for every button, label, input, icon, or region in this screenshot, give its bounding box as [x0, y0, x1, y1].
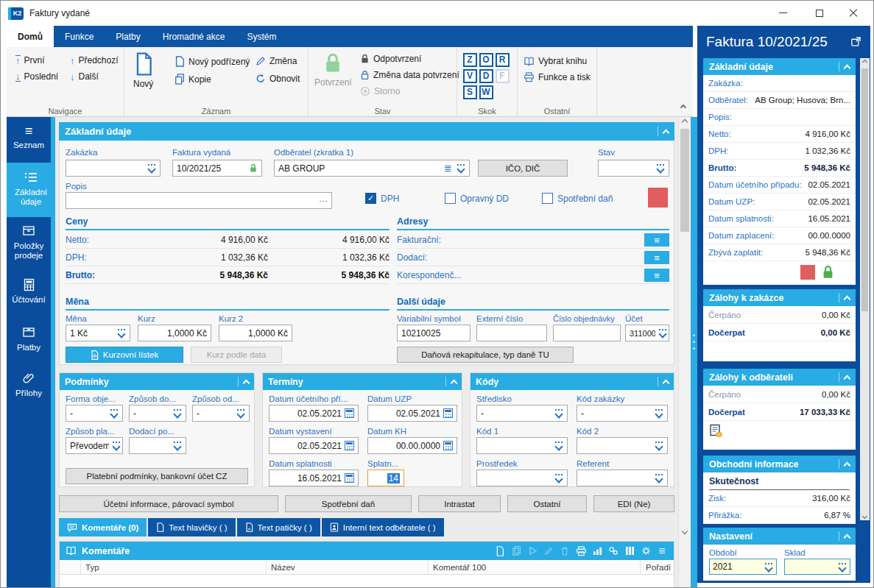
- jump-d-button[interactable]: D: [479, 69, 493, 83]
- referent-field[interactable]: [577, 470, 668, 486]
- dropdown-icon[interactable]: [117, 329, 126, 337]
- tab-text-paticky[interactable]: Text patičky ( ): [237, 518, 320, 536]
- change-confirm-date-button[interactable]: Změna data potvrzení: [360, 70, 459, 80]
- opravny-dd-checkbox[interactable]: Opravný DD: [445, 193, 509, 204]
- tab-funkce[interactable]: Funkce: [54, 26, 105, 47]
- datum-kh-field[interactable]: 00.00.0000: [367, 437, 457, 454]
- collapse-chevron-icon[interactable]: [451, 379, 458, 386]
- select-book-button[interactable]: Vybrat knihu: [524, 56, 587, 66]
- scroll-down-icon[interactable]: [679, 529, 691, 534]
- forma-objednani-field[interactable]: -: [66, 405, 123, 422]
- minimize-button[interactable]: [766, 1, 800, 25]
- spotrebni-dan-checkbox[interactable]: Spotřební daň: [542, 193, 613, 204]
- sidebar-item-prilohy[interactable]: Přílohy: [7, 364, 51, 410]
- new-record-icon[interactable]: [494, 545, 506, 557]
- dropdown-icon[interactable]: [655, 474, 663, 482]
- zpusob-odberu-field[interactable]: -: [192, 405, 250, 422]
- faktura-field[interactable]: 10/2021/25: [172, 160, 262, 177]
- columns-icon[interactable]: [624, 545, 635, 557]
- dropdown-icon[interactable]: [658, 329, 667, 337]
- datum-ucetniho-field[interactable]: 02.05.2021: [269, 405, 359, 422]
- tab-platby[interactable]: Platby: [105, 26, 151, 47]
- main-scrollbar[interactable]: [678, 117, 691, 588]
- kurz-field[interactable]: 1,0000 Kč: [138, 325, 211, 341]
- tab-system[interactable]: Systém: [236, 26, 287, 47]
- intrastat-button[interactable]: Intrastat: [418, 495, 501, 512]
- close-button[interactable]: [836, 1, 870, 25]
- tab-hromadne-akce[interactable]: Hromadné akce: [152, 26, 236, 47]
- dropdown-icon[interactable]: [764, 563, 773, 571]
- kod2-field[interactable]: [577, 437, 668, 454]
- edi-button[interactable]: EDI (Ne): [593, 495, 674, 512]
- calendar-icon[interactable]: [443, 408, 453, 418]
- tab-interni-text[interactable]: Interní text odběratele ( ): [322, 518, 444, 536]
- sidebar-item-seznam[interactable]: ≡Seznam: [7, 117, 51, 163]
- scroll-thumb[interactable]: [680, 129, 689, 232]
- new-child-button[interactable]: Nový podřízený: [175, 56, 250, 67]
- new-button[interactable]: Nový: [133, 52, 153, 89]
- zpusob-platby-field[interactable]: Převodem: [66, 437, 123, 454]
- panel-splitter[interactable]: [691, 117, 697, 588]
- tab-text-hlavicky[interactable]: Text hlavičky ( ): [148, 518, 235, 536]
- address-menu-button[interactable]: ≡: [644, 233, 669, 247]
- collapse-chevron-icon[interactable]: [844, 295, 851, 302]
- jump-w-button[interactable]: W: [479, 85, 493, 99]
- cislo-objednavky-field[interactable]: [553, 325, 621, 341]
- copy-button[interactable]: Kopie: [175, 74, 211, 85]
- sidebar-item-zakladni-udaje[interactable]: Základní údaje: [7, 163, 55, 217]
- kod-zakazky-field[interactable]: -: [577, 405, 668, 422]
- change-button[interactable]: Změna: [255, 56, 297, 66]
- collapse-chevron-icon[interactable]: [844, 64, 851, 71]
- jump-s-button[interactable]: S: [463, 85, 477, 99]
- collapse-chevron-icon[interactable]: [844, 375, 851, 382]
- maximize-button[interactable]: [803, 1, 836, 25]
- dropdown-icon[interactable]: [655, 409, 663, 417]
- collapse-chevron-icon[interactable]: [663, 379, 670, 386]
- jump-r-button[interactable]: R: [496, 53, 510, 67]
- mena-field[interactable]: 1 Kč: [66, 325, 130, 341]
- address-menu-button[interactable]: ≡: [644, 269, 669, 282]
- tab-domu[interactable]: Domů: [7, 26, 54, 47]
- chart-icon[interactable]: [591, 545, 603, 557]
- sklad-field[interactable]: [784, 559, 850, 575]
- platebni-podminky-button[interactable]: Platební podmínky, bankovní účet CZ: [66, 468, 248, 484]
- jump-o-button[interactable]: O: [479, 53, 493, 67]
- datum-uzp-field[interactable]: 02.05.2021: [367, 405, 457, 422]
- popis-field[interactable]: ···: [66, 192, 332, 209]
- scroll-up-icon[interactable]: [679, 120, 691, 124]
- kod1-field[interactable]: [476, 437, 568, 454]
- dropdown-icon[interactable]: [554, 474, 563, 482]
- refresh-button[interactable]: Obnovit: [255, 74, 300, 84]
- odberatel-field[interactable]: AB GROUP≣: [274, 160, 470, 177]
- calendar-icon[interactable]: [345, 408, 354, 418]
- dropdown-icon[interactable]: [838, 563, 847, 571]
- scroll-down-icon[interactable]: [860, 514, 870, 518]
- address-menu-button[interactable]: ≡: [644, 251, 669, 264]
- document-coin-icon[interactable]: [709, 424, 850, 438]
- dropdown-icon[interactable]: [554, 409, 563, 417]
- previous-button[interactable]: ↑Předchozí: [70, 55, 119, 65]
- dropdown-icon[interactable]: [655, 442, 663, 450]
- dropdown-icon[interactable]: [147, 164, 156, 172]
- ostatni-button[interactable]: Ostatní: [507, 495, 587, 512]
- scroll-up-icon[interactable]: [860, 60, 870, 64]
- obdobi-field[interactable]: 2021: [709, 559, 777, 575]
- open-external-icon[interactable]: [850, 36, 861, 47]
- settings-gear-icon[interactable]: [640, 545, 652, 557]
- stack-icon[interactable]: ≣: [444, 163, 452, 174]
- jump-z-button[interactable]: Z: [463, 53, 477, 67]
- dropdown-icon[interactable]: [554, 442, 563, 450]
- dph-checkbox[interactable]: ✓DPH: [365, 193, 399, 204]
- calendar-icon[interactable]: [345, 441, 354, 450]
- dodaci-podminky-field[interactable]: [129, 437, 186, 454]
- grid-menu-icon[interactable]: ≡: [656, 545, 668, 557]
- kurz2-field[interactable]: 1,0000 Kč: [219, 325, 292, 341]
- datum-splatnosti-field[interactable]: 16.05.2021: [269, 470, 359, 486]
- dropdown-icon[interactable]: [110, 409, 119, 417]
- functions-print-button[interactable]: Funkce a tisk: [524, 72, 591, 82]
- dropdown-icon[interactable]: [173, 442, 182, 450]
- spotrebni-dan-button[interactable]: Spotřební daň: [285, 495, 412, 512]
- dropdown-icon[interactable]: [457, 164, 465, 172]
- zpusob-dopravy-field[interactable]: -: [129, 405, 186, 422]
- collapse-chevron-icon[interactable]: [663, 129, 670, 136]
